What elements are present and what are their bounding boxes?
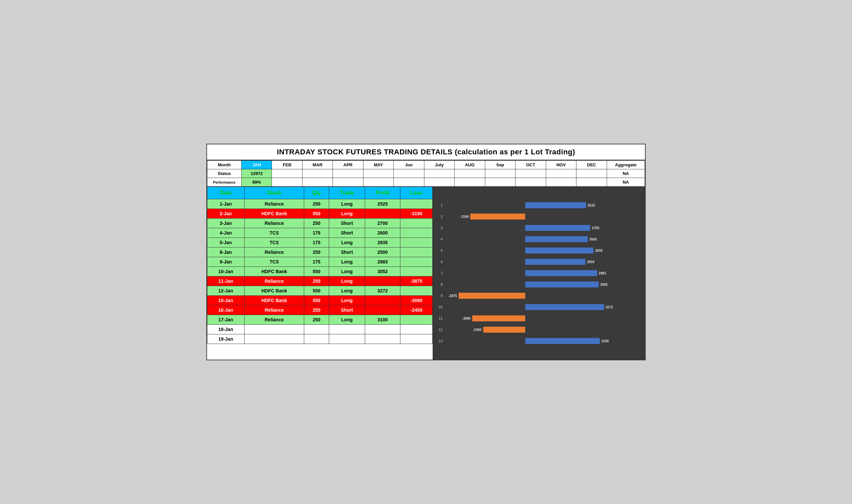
status-label: Status	[207, 169, 242, 178]
chart-row-num: 11	[437, 317, 443, 320]
table-row: 16-JanReliance250Short-2450	[207, 305, 433, 315]
july-header: July	[424, 161, 454, 169]
may-header: MAY	[363, 161, 393, 169]
perf-feb	[272, 178, 302, 187]
header-table: Month JAN FEB MAR APR MAY Jun July AUG S…	[207, 160, 645, 187]
table-row: 1-JanReliance250Long2525	[207, 199, 433, 209]
chart-inner: 13310012-245011-30801032729-387583052729…	[437, 200, 638, 347]
status-sep	[485, 169, 515, 178]
dec-header: DEC	[576, 161, 607, 169]
col-loss: Loss	[401, 187, 433, 199]
table-row: 3-JanReliance250Short2700	[207, 219, 433, 228]
chart-row-num: 9	[437, 294, 443, 298]
perf-mar	[302, 178, 333, 187]
chart-row: 62500	[437, 257, 638, 267]
main-area: Date Stock Qty Trade Profit Loss 1-JanRe…	[207, 187, 645, 360]
trade-table: Date Stock Qty Trade Profit Loss 1-JanRe…	[207, 187, 433, 344]
col-stock: Stock	[244, 187, 304, 199]
apr-header: APR	[333, 161, 363, 169]
chart-row-num: 5	[437, 249, 443, 252]
table-row: 18-Jan	[207, 325, 433, 334]
perf-july	[424, 178, 454, 187]
chart-row: 133100	[437, 336, 638, 346]
status-jan: 12972	[241, 169, 271, 178]
chart-row: 11-3080	[437, 313, 638, 323]
trade-tbody: 1-JanReliance250Long25252-JanHDFC Bank55…	[207, 199, 433, 344]
table-row: 4-JanTCS175Short2600	[207, 228, 433, 238]
col-qty: Qty	[304, 187, 329, 199]
col-profit: Profit	[365, 187, 400, 199]
chart-row-num: 3	[437, 226, 443, 230]
perf-may	[363, 178, 393, 187]
status-aug	[455, 169, 485, 178]
feb-header: FEB	[272, 161, 302, 169]
chart-row: 9-3875	[437, 291, 638, 301]
chart-row: 12525	[437, 200, 638, 210]
chart-area: 13310012-245011-30801032729-387583052729…	[433, 187, 645, 360]
perf-oct	[516, 178, 546, 187]
perf-aug	[455, 178, 485, 187]
table-row: 12-JanHDFC Bank550Long3272	[207, 286, 433, 296]
sep-header: Sep	[485, 161, 515, 169]
table-row: 2-JanHDFC Bank550Long-3190	[207, 209, 433, 219]
perf-jan: 69%	[241, 178, 271, 187]
perf-label: Performance	[207, 178, 242, 187]
status-apr	[333, 169, 363, 178]
chart-row-num: 7	[437, 271, 443, 275]
chart-row: 83052	[437, 280, 638, 289]
chart-row: 42600	[437, 234, 638, 244]
aggregate-header: Aggregate	[607, 161, 645, 169]
chart-row-num: 10	[437, 305, 443, 309]
chart-row-num: 12	[437, 328, 443, 332]
status-dec	[576, 169, 607, 178]
chart-row-num: 4	[437, 237, 443, 241]
chart-row: 72983	[437, 268, 638, 278]
mar-header: MAR	[302, 161, 333, 169]
table-row: 8-JanReliance250Short2500	[207, 248, 433, 257]
table-row: 19-Jan	[207, 334, 433, 344]
trade-table-wrap: Date Stock Qty Trade Profit Loss 1-JanRe…	[207, 187, 433, 360]
trade-header-row: Date Stock Qty Trade Profit Loss	[207, 187, 433, 199]
status-mar	[302, 169, 333, 178]
perf-dec	[576, 178, 607, 187]
chart-row-num: 8	[437, 283, 443, 286]
table-row: 15-JanHDFC Bank550Long-3080	[207, 296, 433, 305]
chart-row: 12-2450	[437, 325, 638, 335]
table-row: 10-JanHDFC Bank550Long3052	[207, 267, 433, 276]
status-row: Status 12972 NA	[207, 169, 645, 178]
status-july	[424, 169, 454, 178]
perf-nov	[546, 178, 576, 187]
main-container: INTRADAY STOCK FUTURES TRADING DETAILS (…	[206, 144, 646, 360]
chart-row: 52835	[437, 246, 638, 255]
perf-aggregate: NA	[607, 178, 645, 187]
col-date: Date	[207, 187, 245, 199]
perf-jun	[394, 178, 424, 187]
page-title: INTRADAY STOCK FUTURES TRADING DETAILS (…	[207, 144, 645, 160]
perf-sep	[485, 178, 515, 187]
jun-header: Jun	[394, 161, 424, 169]
chart-row: 2-3190	[437, 212, 638, 221]
table-row: 9-JanTCS175Long2983	[207, 257, 433, 267]
chart-row: 32700	[437, 223, 638, 233]
status-oct	[516, 169, 546, 178]
chart-row-num: 2	[437, 215, 443, 219]
perf-apr	[333, 178, 363, 187]
status-feb	[272, 169, 302, 178]
chart-row-num: 1	[437, 203, 443, 207]
status-jun	[394, 169, 424, 178]
oct-header: OCT	[516, 161, 546, 169]
status-may	[363, 169, 393, 178]
aug-header: AUG	[455, 161, 485, 169]
status-aggregate: NA	[607, 169, 645, 178]
month-label: Month	[207, 161, 242, 169]
table-row: 5-JanTCS175Long2835	[207, 238, 433, 248]
nov-header: NOV	[546, 161, 576, 169]
col-trade: Trade	[329, 187, 365, 199]
table-row: 11-JanReliance250Long-3875	[207, 276, 433, 286]
chart-row-num: 6	[437, 260, 443, 264]
chart-row: 103272	[437, 302, 638, 312]
status-nov	[546, 169, 576, 178]
jan-header: JAN	[241, 161, 271, 169]
performance-row: Performance 69% NA	[207, 178, 645, 187]
table-row: 17-JanReliance250Long3100	[207, 315, 433, 325]
